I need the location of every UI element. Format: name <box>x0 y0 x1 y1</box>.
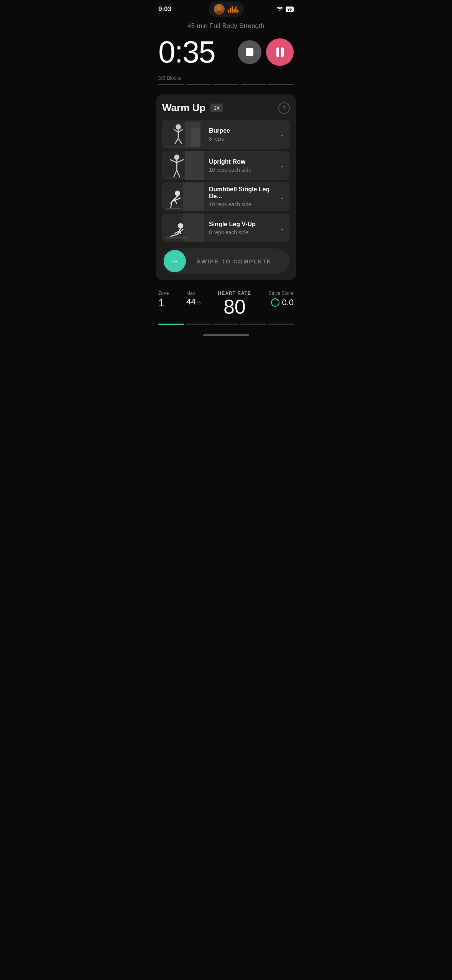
svg-point-5 <box>176 124 181 130</box>
stop-icon <box>246 48 253 56</box>
island-avatar <box>214 4 225 15</box>
pause-button[interactable] <box>266 38 294 66</box>
multiplier-badge: 1X <box>210 104 223 112</box>
hr-value: 80 <box>224 297 246 317</box>
exercise-thumbnail-upright-row <box>162 151 204 180</box>
strive-value: 0.0 <box>282 298 294 307</box>
exercise-info-burpee: Burpee 8 reps <box>204 123 279 146</box>
pause-icon <box>276 48 284 57</box>
block-bar-4 <box>241 84 266 85</box>
swipe-label: SWIPE TO COMPLETE <box>186 258 290 265</box>
exercise-item-burpee[interactable]: Burpee 8 reps ⌄ <box>162 120 290 149</box>
block-bar-5 <box>268 84 294 85</box>
zone-bar-1 <box>158 324 184 325</box>
arrow-right-icon: → <box>171 256 179 266</box>
warm-up-title: Warm Up <box>162 102 205 114</box>
strive-group: Strive Score 0.0 <box>269 291 294 307</box>
svg-point-1 <box>216 11 223 15</box>
timer-display: 0:35 <box>158 37 215 67</box>
exercise-thumbnail-burpee <box>162 120 204 149</box>
hr-zone-group: Zone 1 <box>158 291 169 309</box>
svg-rect-23 <box>183 183 204 211</box>
swipe-button[interactable]: → <box>164 250 186 272</box>
exercise-info-single-leg-vup: Single Leg V-Up 8 reps each side <box>204 217 279 239</box>
strive-circle-icon <box>271 298 279 307</box>
block-bar-3 <box>214 84 239 85</box>
status-bar: 9:03 96 <box>151 0 301 16</box>
dynamic-island <box>209 2 244 17</box>
chevron-down-icon-3: ⌄ <box>279 193 290 201</box>
exercise-reps-dumbbell-single-leg: 10 reps each side <box>209 201 275 207</box>
exercise-item-upright-row[interactable]: Upright Row 10 reps each side ⌄ <box>162 151 290 180</box>
exercise-thumbnail-single-leg-vup <box>162 214 204 242</box>
svg-rect-14 <box>162 151 185 180</box>
exercise-info-upright-row: Upright Row 10 reps each side <box>204 155 279 177</box>
svg-rect-4 <box>191 128 201 147</box>
exercise-info-dumbbell-single-leg: Dumbbell Single Leg De... 10 reps each s… <box>204 182 279 211</box>
exercise-thumbnail-dumbbell-single-leg <box>162 183 204 211</box>
zone-bars <box>151 321 301 331</box>
exercise-reps-single-leg-vup: 8 reps each side <box>209 229 275 235</box>
chevron-down-icon-2: ⌄ <box>279 162 290 169</box>
status-time: 9:03 <box>158 5 171 13</box>
heart-rate-section: Zone 1 Max 44 % HEART RATE 80 Strive Sco… <box>151 283 301 321</box>
exercise-name-dumbbell-single-leg: Dumbbell Single Leg De... <box>209 186 275 200</box>
blocks-progress-bar <box>158 84 294 85</box>
hr-max-group: Max 44 % <box>186 291 201 307</box>
chevron-down-icon: ⌄ <box>279 131 290 138</box>
status-icons: 96 <box>276 6 294 12</box>
hr-title: HEART RATE <box>218 291 251 296</box>
chevron-down-icon-4: ⌄ <box>279 224 290 232</box>
zone-label: Zone <box>158 291 169 296</box>
max-label: Max <box>186 291 201 296</box>
svg-rect-39 <box>165 237 188 238</box>
svg-point-33 <box>178 223 183 229</box>
home-indicator <box>151 331 301 341</box>
strive-value-row: 0.0 <box>271 298 294 307</box>
zone-bar-4 <box>240 324 266 325</box>
blocks-label: 0/5 Blocks <box>158 75 294 81</box>
help-button[interactable]: ? <box>278 102 290 114</box>
timer-section: 0:35 <box>151 34 301 74</box>
svg-point-24 <box>175 191 180 196</box>
exercise-name-burpee: Burpee <box>209 127 275 134</box>
question-mark-icon: ? <box>283 105 286 111</box>
exercise-name-upright-row: Upright Row <box>209 158 275 165</box>
zone-value: 1 <box>158 297 169 309</box>
wifi-icon <box>276 6 283 12</box>
exercise-item-dumbbell-single-leg[interactable]: Dumbbell Single Leg De... 10 reps each s… <box>162 182 290 211</box>
strive-label: Strive Score <box>269 291 294 296</box>
timer-controls <box>238 38 294 66</box>
workout-title: 45 min Full Body Strength <box>151 16 301 34</box>
svg-point-15 <box>174 155 179 160</box>
block-bar-1 <box>158 84 184 85</box>
zone-bar-2 <box>186 324 211 325</box>
exercise-list: Burpee 8 reps ⌄ <box>162 120 290 242</box>
block-bar-2 <box>186 84 211 85</box>
blocks-section: 0/5 Blocks <box>151 74 301 91</box>
zone-bar-3 <box>213 324 239 325</box>
hr-center: HEART RATE 80 <box>218 291 251 317</box>
exercise-reps-burpee: 8 reps <box>209 136 275 142</box>
battery-indicator: 96 <box>286 7 294 12</box>
exercise-reps-upright-row: 10 reps each side <box>209 167 275 173</box>
max-value: 44 <box>186 297 196 307</box>
audio-bars <box>228 6 238 13</box>
workout-card: Warm Up 1X ? <box>156 94 296 280</box>
home-bar <box>203 334 249 336</box>
max-unit: % <box>196 300 201 306</box>
card-title-row: Warm Up 1X <box>162 102 223 114</box>
exercise-item-single-leg-vup[interactable]: Single Leg V-Up 8 reps each side ⌄ <box>162 214 290 242</box>
card-header: Warm Up 1X ? <box>162 102 290 114</box>
exercise-name-single-leg-vup: Single Leg V-Up <box>209 221 275 228</box>
swipe-container: → SWIPE TO COMPLETE <box>162 248 290 274</box>
stop-button[interactable] <box>238 40 261 64</box>
zone-bar-5 <box>268 324 294 325</box>
svg-point-0 <box>217 5 222 10</box>
svg-rect-13 <box>185 151 204 180</box>
